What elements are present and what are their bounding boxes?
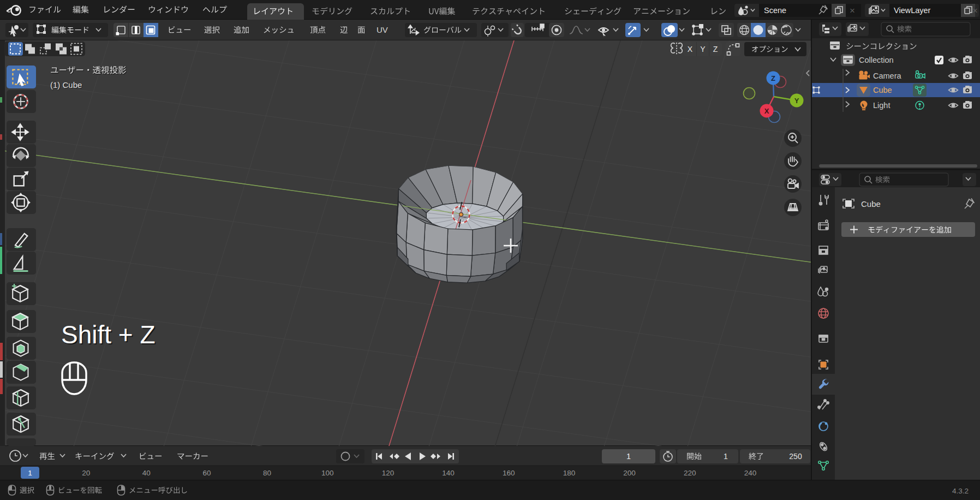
svg-text:180: 180: [563, 469, 576, 477]
svg-text:X: X: [688, 45, 693, 53]
svg-text:4.3.2: 4.3.2: [952, 487, 969, 495]
svg-text:200: 200: [623, 469, 636, 477]
svg-text:Scene: Scene: [764, 6, 786, 15]
svg-text:140: 140: [442, 469, 455, 477]
svg-text:220: 220: [684, 469, 696, 477]
svg-text:Y: Y: [700, 45, 706, 53]
svg-text:1: 1: [724, 452, 728, 461]
svg-text:40: 40: [142, 469, 151, 477]
svg-text:160: 160: [503, 469, 515, 477]
svg-text:Cube: Cube: [873, 86, 892, 94]
svg-text:Camera: Camera: [873, 72, 902, 80]
svg-text:120: 120: [382, 469, 395, 477]
svg-text:80: 80: [263, 469, 271, 477]
svg-text:Z: Z: [771, 74, 775, 82]
svg-text:UV: UV: [377, 25, 388, 34]
svg-text:×: ×: [972, 5, 978, 16]
svg-text:X: X: [764, 107, 769, 115]
svg-text:100: 100: [321, 469, 334, 477]
svg-text:Light: Light: [873, 101, 890, 110]
svg-text:250: 250: [789, 452, 802, 461]
svg-text:1: 1: [28, 469, 32, 477]
svg-text:Shift + Z: Shift + Z: [61, 320, 156, 349]
svg-text:Y: Y: [794, 97, 799, 105]
svg-text:×: ×: [850, 5, 855, 16]
svg-text:(1) Cube: (1) Cube: [50, 80, 82, 90]
svg-text:1: 1: [626, 452, 631, 461]
svg-text:240: 240: [744, 469, 757, 477]
svg-text:Cube: Cube: [861, 199, 881, 209]
svg-text:ViewLayer: ViewLayer: [894, 6, 931, 15]
svg-text:20: 20: [82, 469, 90, 477]
svg-text:Z: Z: [713, 45, 718, 53]
svg-text:Collection: Collection: [859, 56, 894, 64]
svg-text:60: 60: [202, 469, 211, 477]
